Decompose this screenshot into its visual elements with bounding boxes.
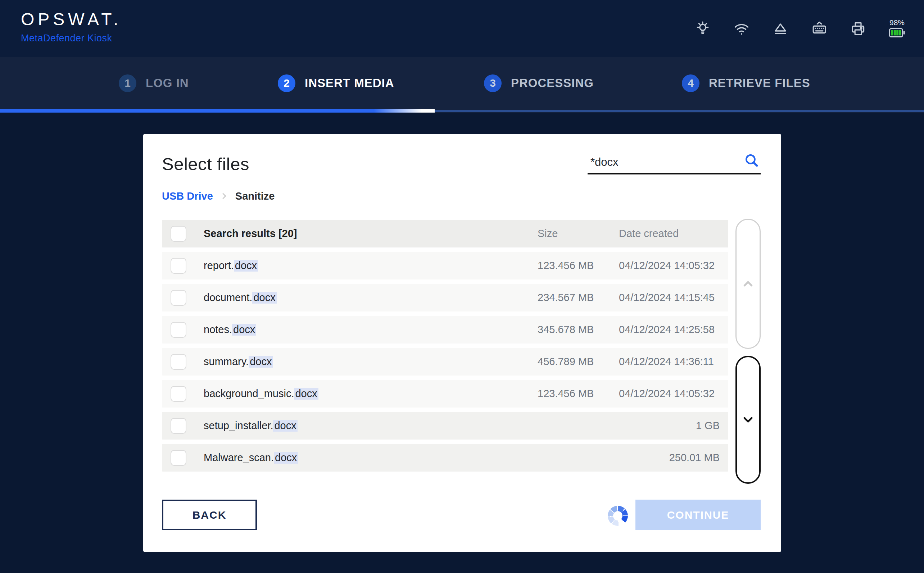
file-size: 456.789 MB — [537, 356, 619, 368]
wizard-steps-bar: 1 LOG IN 2 INSERT MEDIA 3 PROCESSING 4 R… — [0, 57, 924, 113]
step-label: RETRIEVE FILES — [709, 76, 810, 90]
select-files-card: Select files USB Drive Sanitize Search r… — [143, 134, 781, 552]
battery-icon: 98% — [888, 19, 906, 39]
row-checkbox[interactable] — [171, 258, 186, 274]
file-name: background_music.docx — [204, 388, 537, 400]
page-title: Select files — [162, 154, 249, 174]
file-size: 234.567 MB — [537, 292, 619, 304]
file-name: report.docx — [204, 260, 537, 272]
file-size: 123.456 MB — [537, 388, 619, 400]
file-name: setup_installer.docx — [204, 420, 537, 432]
breadcrumb-usb-drive[interactable]: USB Drive — [162, 190, 213, 202]
column-header-date: Date created — [619, 228, 720, 240]
chevron-down-icon — [739, 411, 757, 428]
step-processing[interactable]: 3 PROCESSING — [484, 57, 594, 109]
file-date: 04/12/2024 14:05:32 — [619, 388, 720, 400]
file-date: 04/12/2024 14:36:11 — [619, 356, 720, 368]
file-size: 123.456 MB — [537, 260, 619, 272]
continue-button[interactable]: CONTINUE — [636, 499, 761, 530]
status-icon-tray: 98% — [694, 0, 906, 57]
table-body: report.docx 123.456 MB 04/12/2024 14:05:… — [162, 252, 728, 471]
table-header-row: Search results [20] Size Date created — [162, 220, 728, 247]
loading-spinner-icon — [608, 506, 628, 526]
table-row[interactable]: Malware_scan.docx 250.01 MB — [162, 444, 728, 471]
step-log-in[interactable]: 1 LOG IN — [119, 57, 189, 109]
row-checkbox[interactable] — [171, 450, 186, 466]
opswat-logo: OPSWAT. — [21, 9, 122, 29]
table-row[interactable]: notes.docx 345.678 MB 04/12/2024 14:25:5… — [162, 316, 728, 343]
table-row[interactable]: report.docx 123.456 MB 04/12/2024 14:05:… — [162, 252, 728, 279]
file-table: Search results [20] Size Date created re… — [162, 220, 728, 476]
table-row[interactable]: summary.docx 456.789 MB 04/12/2024 14:36… — [162, 348, 728, 376]
table-row[interactable]: setup_installer.docx 1 GB — [162, 412, 728, 440]
file-name: Malware_scan.docx — [204, 452, 537, 463]
file-size: 345.678 MB — [537, 324, 619, 336]
file-size: 1 GB — [537, 420, 720, 432]
eject-icon[interactable] — [771, 20, 789, 38]
brand: OPSWAT. MetaDefender Kiosk — [21, 9, 122, 44]
keyboard-icon[interactable] — [810, 20, 828, 38]
brightness-icon[interactable] — [694, 20, 712, 38]
table-row[interactable]: document.docx 234.567 MB 04/12/2024 14:1… — [162, 284, 728, 312]
table-row[interactable]: background_music.docx 123.456 MB 04/12/2… — [162, 380, 728, 407]
wifi-icon — [733, 20, 750, 38]
back-button[interactable]: BACK — [162, 499, 257, 530]
step-insert-media[interactable]: 2 INSERT MEDIA — [278, 57, 395, 109]
step-label: INSERT MEDIA — [305, 76, 395, 90]
step-number: 4 — [682, 74, 700, 92]
column-header-size: Size — [537, 228, 619, 240]
step-number: 3 — [484, 74, 501, 92]
step-label: PROCESSING — [511, 76, 594, 90]
step-retrieve-files[interactable]: 4 RETRIEVE FILES — [682, 57, 810, 109]
step-number: 1 — [119, 74, 136, 92]
search-input[interactable] — [590, 153, 735, 171]
column-header-name: Search results [20] — [204, 228, 537, 240]
breadcrumb-sanitize: Sanitize — [235, 190, 275, 202]
file-name: notes.docx — [204, 324, 537, 336]
search-box — [587, 152, 761, 174]
file-name: document.docx — [204, 292, 537, 304]
product-name: MetaDefender Kiosk — [21, 33, 122, 44]
battery-percent: 98% — [890, 19, 905, 26]
file-date: 04/12/2024 14:25:58 — [619, 324, 720, 336]
scroll-down-button[interactable] — [736, 356, 761, 484]
progress-bar-track — [435, 110, 924, 112]
row-checkbox[interactable] — [171, 418, 186, 434]
row-checkbox[interactable] — [171, 290, 186, 306]
row-checkbox[interactable] — [171, 322, 186, 338]
breadcrumb: USB Drive Sanitize — [162, 188, 274, 204]
step-label: LOG IN — [146, 76, 189, 90]
select-all-checkbox[interactable] — [171, 226, 186, 242]
row-checkbox[interactable] — [171, 386, 186, 402]
chevron-right-icon — [219, 191, 230, 202]
scroll-up-button[interactable] — [736, 219, 761, 349]
step-number: 2 — [278, 74, 295, 92]
file-size: 250.01 MB — [537, 452, 720, 463]
search-icon[interactable] — [743, 152, 760, 169]
progress-bar-active — [0, 109, 435, 113]
file-date: 04/12/2024 14:15:45 — [619, 292, 720, 304]
chevron-up-icon — [739, 275, 757, 293]
file-name: summary.docx — [204, 356, 537, 368]
file-date: 04/12/2024 14:05:32 — [619, 260, 720, 272]
app-header: OPSWAT. MetaDefender Kiosk — [0, 0, 924, 57]
row-checkbox[interactable] — [171, 354, 186, 370]
printer-icon[interactable] — [849, 20, 867, 38]
